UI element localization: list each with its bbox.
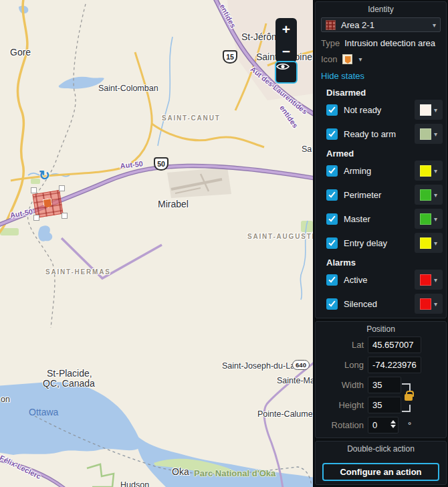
chevron-down-icon (434, 300, 437, 308)
route-shield: 15 (223, 50, 237, 64)
map-place-label: Hudson (120, 480, 149, 487)
color-swatch-button[interactable] (415, 100, 443, 120)
zoom-in-button[interactable]: + (275, 18, 297, 40)
state-label: Not ready (344, 105, 381, 115)
chevron-down-icon (434, 215, 437, 223)
state-row: Not ready (316, 98, 446, 122)
state-label: Active (344, 275, 367, 285)
state-checkbox[interactable] (326, 104, 338, 116)
map-place-label: SAINT-HERMAS (45, 268, 111, 276)
state-checkbox[interactable] (326, 189, 338, 201)
check-icon (328, 300, 335, 307)
route-shield: 50 (154, 157, 169, 171)
position-header: Position (316, 322, 446, 334)
long-input[interactable] (368, 357, 421, 373)
area-selector-dropdown[interactable]: Area 2-1 (321, 17, 441, 32)
width-input[interactable] (368, 377, 401, 393)
width-row: Width (316, 375, 446, 395)
rotate-handle-icon[interactable]: ↻ (39, 167, 50, 183)
state-checkbox[interactable] (326, 213, 338, 225)
check-icon (328, 239, 335, 246)
visibility-button[interactable] (275, 61, 298, 84)
check-icon (328, 191, 335, 198)
height-row: Height (316, 395, 446, 415)
color-swatch (420, 128, 431, 140)
section-title-alarms: Alarms (326, 256, 441, 268)
route-shield: 640 (292, 360, 310, 370)
color-swatch-button[interactable] (415, 233, 443, 253)
degree-symbol: ° (408, 420, 411, 430)
chevron-down-icon (434, 106, 437, 114)
lat-label: Lat (316, 340, 364, 350)
color-swatch-button[interactable] (415, 124, 443, 144)
map-canvas[interactable]: GoreSt-JérômeSaint-AntoineSaint-Colomban… (0, 0, 313, 487)
check-icon (328, 130, 335, 137)
type-row: Type Intrusion detection area (321, 38, 441, 48)
identity-header: Identity (316, 2, 446, 15)
color-swatch-button[interactable] (415, 161, 443, 181)
link-bracket-top (402, 383, 411, 391)
type-label: Type (321, 38, 340, 48)
color-swatch-button[interactable] (415, 294, 443, 314)
color-swatch (420, 213, 431, 225)
section-title-armed: Armed (326, 147, 441, 159)
height-input[interactable] (368, 397, 401, 413)
map-place-label: Ottawa (29, 407, 58, 417)
state-label: Master (344, 214, 370, 224)
map-place-label: Sa (302, 144, 312, 154)
alarms-rows: Active Silenced (316, 268, 446, 318)
selection-handle-ne[interactable] (59, 185, 65, 191)
check-icon (328, 215, 335, 222)
lat-row: Lat (316, 334, 446, 355)
selection-handle-se[interactable] (62, 213, 68, 219)
eye-icon (276, 62, 290, 71)
selection-handle-sw[interactable] (33, 215, 39, 221)
chevron-down-icon (433, 21, 436, 29)
chevron-down-icon (434, 276, 437, 284)
state-label: Arming (344, 166, 371, 176)
zoom-out-button[interactable]: − (275, 40, 297, 62)
state-checkbox[interactable] (326, 298, 338, 310)
color-swatch (420, 237, 431, 249)
map-place-label: Gore (10, 47, 31, 58)
armed-rows: Arming Perimeter (316, 159, 446, 255)
color-swatch (420, 104, 431, 116)
map-place-label: Sainte-Marthe-sur-le-Lac (277, 376, 313, 385)
state-row: Master (316, 207, 446, 231)
icon-row: Icon (321, 54, 441, 64)
color-swatch-button[interactable] (415, 270, 443, 290)
state-checkbox[interactable] (326, 274, 338, 286)
state-checkbox[interactable] (326, 128, 338, 140)
lock-icon[interactable] (405, 394, 413, 401)
color-swatch-button[interactable] (415, 185, 443, 205)
state-checkbox[interactable] (326, 165, 338, 177)
long-label: Long (316, 360, 364, 370)
road-secondary (152, 124, 264, 147)
selection-handle-nw[interactable] (31, 187, 37, 193)
lat-input[interactable] (368, 336, 421, 353)
width-label: Width (316, 380, 364, 390)
rotation-stepper[interactable] (390, 420, 396, 428)
chevron-down-icon (434, 130, 437, 138)
configure-action-button[interactable]: Configure an action (322, 463, 439, 481)
hide-states-link[interactable]: Hide states (321, 71, 441, 81)
shield-icon[interactable] (342, 54, 352, 64)
state-row: Active (316, 268, 446, 292)
selected-area-object[interactable] (32, 190, 63, 218)
app-window: GoreSt-JérômeSaint-AntoineSaint-Colomban… (0, 0, 448, 487)
small-pond (38, 225, 52, 241)
map-place-label: QC, Canada (43, 378, 95, 389)
long-row: Long (316, 355, 446, 375)
state-row: Perimeter (316, 183, 446, 207)
chevron-down-icon[interactable] (359, 56, 362, 63)
state-row: Silenced (316, 292, 446, 316)
state-checkbox[interactable] (326, 237, 338, 249)
type-value: Intrusion detection area (344, 38, 435, 48)
color-swatch-button[interactable] (415, 209, 443, 229)
stepper-up-icon[interactable] (390, 420, 396, 423)
color-swatch (420, 189, 431, 201)
map-place-label: Saint-Joseph-du-Lac (222, 361, 299, 371)
stepper-down-icon[interactable] (390, 425, 396, 428)
link-bracket-bottom (402, 405, 411, 412)
map-place-label: SAINT-AUGUSTIN (247, 233, 313, 240)
